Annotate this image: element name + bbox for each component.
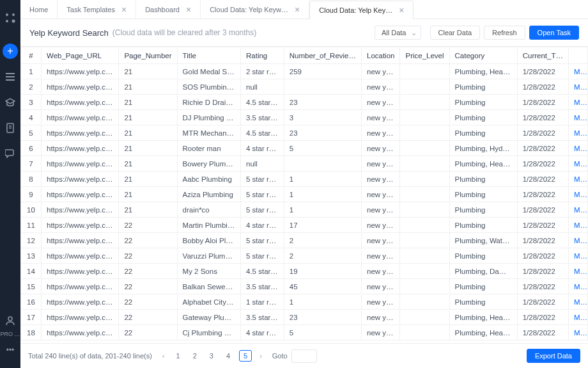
table-row[interactable]: 11https://www.yelp.com/sear…22Martin Plu… xyxy=(21,218,588,233)
more-link[interactable]: More xyxy=(569,125,588,141)
more-link[interactable]: More xyxy=(569,279,588,294)
more-link[interactable]: More xyxy=(569,172,588,187)
main-area: HomeTask Templates×Dashboard×Cloud Data:… xyxy=(20,0,588,368)
document-icon[interactable] xyxy=(3,120,18,136)
svg-rect-5 xyxy=(6,76,15,77)
menu-icon[interactable] xyxy=(3,69,18,84)
tab[interactable]: Home xyxy=(20,0,58,19)
svg-point-0 xyxy=(6,13,8,16)
column-header[interactable]: Title xyxy=(177,47,240,64)
table-row[interactable]: 17https://www.yelp.com/sear…22Gateway Pl… xyxy=(21,310,588,325)
more-link[interactable]: More xyxy=(569,202,588,218)
more-link[interactable]: More xyxy=(569,141,588,156)
svg-point-2 xyxy=(6,20,8,22)
table-row[interactable]: 4https://www.yelp.com/sear…21DJ Plumbing… xyxy=(21,110,588,125)
more-link[interactable]: More xyxy=(569,233,588,248)
column-header[interactable]: Category xyxy=(449,47,517,64)
tab[interactable]: Task Templates× xyxy=(58,0,136,19)
page-number[interactable]: 2 xyxy=(189,351,201,361)
table-row[interactable]: 13https://www.yelp.com/sear…22Varuzzi Pl… xyxy=(21,248,588,264)
tab-close-icon[interactable]: × xyxy=(186,4,191,15)
tab[interactable]: Dashboard× xyxy=(136,0,201,19)
more-icon[interactable]: ••• xyxy=(3,342,18,358)
summary-text: Total 240 line(s) of data, 201-240 line(… xyxy=(28,352,152,360)
data-table: #Web_Page_URLPage_NumberTitleRatingNumbe… xyxy=(20,47,588,340)
pager-arrow[interactable]: › xyxy=(257,352,265,360)
table-row[interactable]: 3https://www.yelp.com/sear…21Richie D Dr… xyxy=(21,95,588,110)
pager: ‹12345› xyxy=(160,350,265,362)
toolbar: Yelp Keyword Search (Cloud data will be … xyxy=(20,19,588,47)
more-link[interactable]: More xyxy=(569,110,588,125)
filter-select[interactable]: All Data xyxy=(375,26,421,40)
more-link[interactable]: More xyxy=(569,156,588,172)
column-header[interactable]: Page_Number xyxy=(119,47,177,64)
table-row[interactable]: 12https://www.yelp.com/sear…22Bobby Aloi… xyxy=(21,233,588,248)
more-link[interactable]: More xyxy=(569,264,588,279)
pager-arrow[interactable]: ‹ xyxy=(160,352,167,360)
column-header[interactable] xyxy=(569,47,588,64)
column-header[interactable]: Web_Page_URL xyxy=(41,47,118,64)
column-header[interactable]: Number_of_Revie… xyxy=(284,47,361,64)
pro-label: PRO … xyxy=(0,331,20,337)
table-row[interactable]: 15https://www.yelp.com/sear…22Balkan Sew… xyxy=(21,279,588,294)
more-link[interactable]: More xyxy=(569,325,588,340)
svg-point-1 xyxy=(12,13,15,16)
table-row[interactable]: 2https://www.yelp.com/sear…21SOS Plumbin… xyxy=(21,79,588,95)
svg-rect-4 xyxy=(6,73,15,74)
column-header[interactable]: Price_Level xyxy=(400,47,449,64)
sidebar: + PRO … ••• xyxy=(0,0,20,368)
more-link[interactable]: More xyxy=(569,95,588,110)
page-number[interactable]: 4 xyxy=(222,351,234,361)
column-header[interactable]: Location xyxy=(361,47,399,64)
table-row[interactable]: 7https://www.yelp.com/sear…21Bowery Plum… xyxy=(21,156,588,172)
svg-rect-6 xyxy=(6,79,15,81)
tab-close-icon[interactable]: × xyxy=(399,5,404,15)
more-link[interactable]: More xyxy=(569,310,588,325)
page-title: Yelp Keyword Search xyxy=(29,28,109,38)
more-link[interactable]: More xyxy=(569,187,588,202)
clear-data-button[interactable]: Clear Data xyxy=(430,26,481,40)
table-row[interactable]: 1https://www.yelp.com/sear…21Gold Medal … xyxy=(21,64,588,79)
svg-point-3 xyxy=(12,20,15,23)
table-row[interactable]: 8https://www.yelp.com/sear…21Aabc Plumbi… xyxy=(21,172,588,187)
table-row[interactable]: 9https://www.yelp.com/sear…21Aziza Plumb… xyxy=(21,187,588,202)
education-icon[interactable] xyxy=(3,95,18,110)
open-task-button[interactable]: Open Task xyxy=(529,26,579,40)
column-header[interactable]: Current_T… xyxy=(517,47,568,64)
tab[interactable]: Cloud Data: Yelp Keyw…× xyxy=(201,0,309,19)
more-link[interactable]: More xyxy=(569,64,588,79)
logo-icon[interactable] xyxy=(3,10,18,26)
tab[interactable]: Cloud Data: Yelp Key…× xyxy=(309,1,414,19)
more-link[interactable]: More xyxy=(569,294,588,310)
column-header[interactable]: # xyxy=(21,47,42,64)
column-header[interactable]: Rating xyxy=(241,47,284,64)
tab-close-icon[interactable]: × xyxy=(121,4,127,15)
table-row[interactable]: 6https://www.yelp.com/sear…21Rooter man4… xyxy=(21,141,588,156)
goto-input[interactable] xyxy=(291,349,317,363)
page-number[interactable]: 3 xyxy=(206,351,217,361)
more-link[interactable]: More xyxy=(569,218,588,233)
footer: Total 240 line(s) of data, 201-240 line(… xyxy=(20,343,588,368)
table-row[interactable]: 5https://www.yelp.com/sear…21MTR Mechani… xyxy=(21,125,588,141)
export-button[interactable]: Export Data xyxy=(527,349,580,363)
page-number[interactable]: 1 xyxy=(173,351,184,361)
more-link[interactable]: More xyxy=(569,248,588,264)
add-button[interactable]: + xyxy=(3,44,18,59)
table-container: #Web_Page_URLPage_NumberTitleRatingNumbe… xyxy=(20,47,588,343)
table-row[interactable]: 18https://www.yelp.com/sear…22Cj Plumbin… xyxy=(21,325,588,340)
svg-point-10 xyxy=(8,317,12,321)
page-number[interactable]: 5 xyxy=(239,350,252,362)
user-icon[interactable] xyxy=(3,313,18,328)
table-row[interactable]: 16https://www.yelp.com/sear…22Alphabet C… xyxy=(21,294,588,310)
table-row[interactable]: 14https://www.yelp.com/sear…22My 2 Sons4… xyxy=(21,264,588,279)
table-row[interactable]: 10https://www.yelp.com/sear…21drain*co5 … xyxy=(21,202,588,218)
refresh-button[interactable]: Refresh xyxy=(484,26,525,40)
tab-bar: HomeTask Templates×Dashboard×Cloud Data:… xyxy=(20,0,588,19)
more-link[interactable]: More xyxy=(569,79,588,95)
page-subtitle: (Cloud data will be cleared after 3 mont… xyxy=(112,28,256,37)
goto-label: Goto xyxy=(272,352,288,360)
tab-close-icon[interactable]: × xyxy=(295,4,300,15)
chat-icon[interactable] xyxy=(3,146,18,161)
